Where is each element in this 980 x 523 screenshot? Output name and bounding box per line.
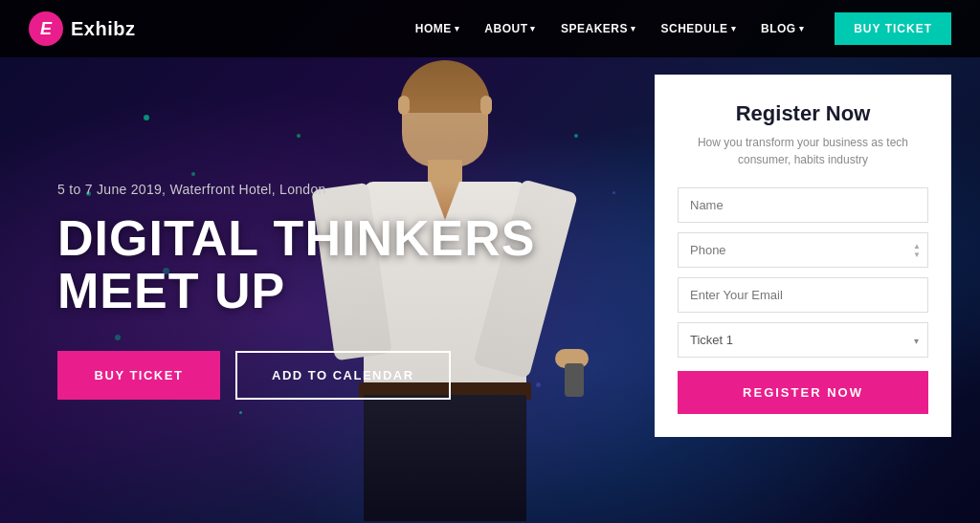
- hero-title-line2: MEET UP: [57, 263, 285, 318]
- hero-date: 5 to 7 June 2019, Waterfront Hotel, Lond…: [57, 182, 535, 197]
- nav-item-blog[interactable]: BLOG ▾: [751, 16, 813, 41]
- hero-title: DIGITAL THINKERS MEET UP: [57, 212, 535, 316]
- nav-item-home[interactable]: HOME ▾: [406, 16, 470, 41]
- email-input[interactable]: [678, 277, 928, 313]
- home-chevron-icon: ▾: [455, 24, 460, 33]
- hero-content: 5 to 7 June 2019, Waterfront Hotel, Lond…: [57, 182, 535, 400]
- hero-section: 5 to 7 June 2019, Waterfront Hotel, Lond…: [0, 0, 980, 523]
- register-panel: Register Now How you transform your busi…: [655, 75, 951, 437]
- about-chevron-icon: ▾: [530, 24, 536, 33]
- hero-title-line1: DIGITAL THINKERS: [57, 210, 535, 266]
- nav-item-about[interactable]: ABOUT ▾: [475, 16, 546, 41]
- spin-down-icon[interactable]: ▼: [913, 251, 921, 258]
- add-to-calendar-button[interactable]: ADD TO CALENDAR: [235, 351, 451, 400]
- ticket-select[interactable]: Ticket 1 Ticket 2 Ticket 3: [678, 322, 928, 358]
- logo-name: Exhibz: [71, 18, 135, 40]
- blog-chevron-icon: ▾: [799, 24, 805, 33]
- name-input[interactable]: [678, 187, 928, 223]
- nav-links: HOME ▾ ABOUT ▾ SPEAKERS ▾ SCHEDULE ▾ BLO…: [406, 12, 951, 45]
- register-submit-button[interactable]: REGISTER NOW: [678, 371, 928, 414]
- logo[interactable]: E Exhibz: [29, 11, 135, 46]
- register-subtitle: How you transform your business as tech …: [678, 134, 928, 168]
- speakers-chevron-icon: ▾: [631, 24, 636, 33]
- nav-item-schedule[interactable]: SCHEDULE ▾: [652, 16, 746, 41]
- register-title: Register Now: [678, 101, 928, 126]
- navbar: E Exhibz HOME ▾ ABOUT ▾ SPEAKERS ▾ SCHED…: [0, 0, 980, 57]
- phone-wrap: ▲ ▼: [678, 232, 928, 268]
- buy-ticket-nav-button[interactable]: BUY TICKET: [835, 12, 951, 45]
- buy-ticket-hero-button[interactable]: BUY TICKET: [57, 351, 220, 400]
- nav-item-speakers[interactable]: SPEAKERS ▾: [551, 16, 646, 41]
- spin-up-icon[interactable]: ▲: [913, 242, 921, 250]
- phone-input[interactable]: [678, 232, 928, 268]
- logo-icon: E: [29, 11, 63, 46]
- schedule-chevron-icon: ▾: [731, 24, 737, 33]
- hero-buttons: BUY TICKET ADD TO CALENDAR: [57, 351, 535, 400]
- ticket-select-wrap: Ticket 1 Ticket 2 Ticket 3 ▾: [678, 322, 928, 358]
- phone-spinner[interactable]: ▲ ▼: [913, 242, 921, 258]
